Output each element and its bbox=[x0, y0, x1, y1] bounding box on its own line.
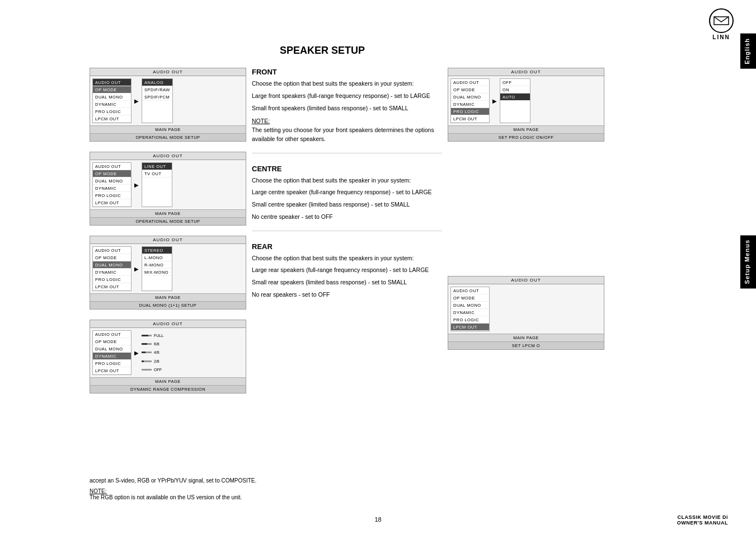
rd1-arrow: ▶ bbox=[492, 78, 497, 123]
diagram3: AUDIO OUT AUDIO OUT OP MODE DUAL MONO DY… bbox=[90, 236, 246, 310]
diagram2-arrow: ▶ bbox=[134, 162, 139, 207]
diagram3-mainpage: MAIN PAGE bbox=[92, 295, 243, 300]
diagram1-sub-spdifpcm: SPDIF/PCM bbox=[142, 93, 172, 101]
rd2-audioout: AUDIO OUT bbox=[451, 287, 489, 294]
diagram2-footer: MAIN PAGE bbox=[90, 209, 246, 217]
rear-text4: No rear speakers - set to OFF bbox=[252, 291, 442, 299]
diagram2-inner: AUDIO OUT OP MODE DUAL MONO DYNAMIC PRO … bbox=[90, 160, 246, 209]
right-diagram1-inner: AUDIO OUT OP MODE DUAL MONO DYNAMIC PRO … bbox=[448, 76, 604, 125]
right-diagrams: AUDIO OUT AUDIO OUT OP MODE DUAL MONO DY… bbox=[448, 68, 604, 404]
rd1-prologic: PRO LOGIC bbox=[451, 108, 489, 115]
diagram2-sub-tvout: TV OUT bbox=[142, 170, 172, 177]
diagram2-menu: AUDIO OUT OP MODE DUAL MONO DYNAMIC PRO … bbox=[92, 162, 132, 207]
right-diagram2-title: AUDIO OUT bbox=[448, 277, 604, 284]
diagram3-sub-mixmono: MIX-MONO bbox=[142, 269, 172, 276]
rd2-opmode: OP MODE bbox=[451, 294, 489, 302]
diagram4-inner: AUDIO OUT OP MODE DUAL MONO DYNAMIC PRO … bbox=[90, 328, 246, 377]
rd1-sub-off: OFF bbox=[500, 79, 530, 86]
diagram1-item-dualmono: DUAL MONO bbox=[93, 93, 131, 101]
right-diagram2: AUDIO OUT AUDIO OUT OP MODE DUAL MONO DY… bbox=[448, 276, 604, 350]
diagram1-title: AUDIO OUT bbox=[90, 68, 246, 76]
diagram4-label: DYNAMIC RANGE COMPRESSION bbox=[90, 385, 246, 393]
right-diagram1-title: AUDIO OUT bbox=[448, 68, 604, 76]
bottom-note: NOTE: The RGB option is not available on… bbox=[90, 488, 734, 500]
rd1-audioout: AUDIO OUT bbox=[451, 79, 489, 86]
diagram4-menu: AUDIO OUT OP MODE DUAL MONO DYNAMIC PRO … bbox=[92, 330, 132, 375]
rd1-footer: MAIN PAGE bbox=[448, 125, 604, 133]
right-spacer bbox=[448, 153, 604, 276]
centre-text2: Large centre speaker (full-range frequen… bbox=[252, 188, 442, 197]
logo-area: LINN bbox=[709, 8, 734, 40]
diagram2: AUDIO OUT AUDIO OUT OP MODE DUAL MONO DY… bbox=[90, 152, 246, 226]
diagram3-item-opmode: OP MODE bbox=[93, 254, 131, 261]
diagram4-item-opmode: OP MODE bbox=[93, 338, 131, 345]
diagram3-arrow: ▶ bbox=[134, 246, 139, 291]
diagram1-item-lpcmout: LPCM OUT bbox=[93, 115, 131, 123]
diagram3-label: DUAL MONO (1+1) SETUP bbox=[90, 301, 246, 309]
diagram3-submenu: STEREO L-MONO R-MONO MIX-MONO bbox=[142, 246, 172, 291]
diagram1-footer: MAIN PAGE bbox=[90, 125, 246, 133]
diagram1-mainpage: MAIN PAGE bbox=[92, 127, 243, 132]
divider1 bbox=[252, 153, 442, 153]
diagram1-item-prologic: PRO LOGIC bbox=[93, 108, 131, 115]
rear-text1: Choose the option that best suits the sp… bbox=[252, 254, 442, 263]
centre-text4: No centre speaker - set to OFF bbox=[252, 213, 442, 222]
logo-icon bbox=[713, 15, 729, 27]
diagram4-arrow: ▶ bbox=[134, 330, 139, 375]
right-diagram2-inner: AUDIO OUT OP MODE DUAL MONO DYNAMIC PRO … bbox=[448, 284, 604, 334]
diagram3-item-prologic: PRO LOGIC bbox=[93, 276, 131, 283]
front-text1: Choose the option that best suits the sp… bbox=[252, 79, 442, 88]
manual-subtitle: OWNER'S MANUAL bbox=[677, 520, 728, 526]
rd1-mainpage: MAIN PAGE bbox=[450, 127, 602, 132]
right-diagram1: AUDIO OUT AUDIO OUT OP MODE DUAL MONO DY… bbox=[448, 68, 604, 142]
diagram3-item-dualmono: DUAL MONO bbox=[93, 261, 131, 269]
diagram4-row-off: OFF bbox=[142, 368, 163, 372]
diagram1-submenu: ANALOG SPDIF/RAW SPDIF/PCM bbox=[142, 78, 173, 123]
logo-text: LINN bbox=[709, 34, 734, 40]
diagram1-item-opmode: OP MODE bbox=[93, 86, 131, 93]
diagram4-row-48: 4/8 bbox=[142, 350, 163, 354]
diagram3-item-audioout: AUDIO OUT bbox=[93, 247, 131, 254]
diagram4-footer: MAIN PAGE bbox=[90, 377, 246, 385]
rd1-dynamic: DYNAMIC bbox=[451, 101, 489, 108]
rear-text3: Small rear speakers (limited bass respon… bbox=[252, 278, 442, 287]
diagram3-inner: AUDIO OUT OP MODE DUAL MONO DYNAMIC PRO … bbox=[90, 244, 246, 293]
centre-heading: CENTRE bbox=[252, 165, 442, 173]
diagram1-item-audioout: AUDIO OUT bbox=[93, 79, 131, 86]
rd1-lpcmout: LPCM OUT bbox=[451, 115, 489, 123]
front-note: NOTE: The setting you choose for your fr… bbox=[252, 117, 442, 143]
rd1-sub-on: ON bbox=[500, 86, 530, 93]
rd2-dualmono: DUAL MONO bbox=[451, 302, 489, 309]
side-tab-english: English bbox=[740, 34, 756, 69]
diagram4-mainpage: MAIN PAGE bbox=[92, 379, 243, 384]
divider2 bbox=[252, 231, 442, 231]
diagram2-item-lpcmout: LPCM OUT bbox=[93, 199, 131, 207]
diagram1-sub-spdifraw: SPDIF/RAW bbox=[142, 86, 172, 93]
content-layout: AUDIO OUT AUDIO OUT OP MODE DUAL MONO DY… bbox=[90, 68, 733, 404]
page-number: 18 bbox=[374, 516, 381, 523]
front-note-label: NOTE: bbox=[252, 118, 270, 124]
right-diagram1-menu: AUDIO OUT OP MODE DUAL MONO DYNAMIC PRO … bbox=[450, 78, 490, 123]
diagram2-sub-lineout: LINE OUT bbox=[142, 163, 172, 170]
centre-text1: Choose the option that best suits the sp… bbox=[252, 176, 442, 185]
manual-info: CLASSIK MOVIE Di OWNER'S MANUAL bbox=[677, 514, 728, 526]
diagram4-row-full: FULL bbox=[142, 334, 163, 338]
diagram2-item-dualmono: DUAL MONO bbox=[93, 177, 131, 185]
rd2-prologic: PRO LOGIC bbox=[451, 316, 489, 324]
diagram1-item-dynamic: DYNAMIC bbox=[93, 101, 131, 108]
page-title: SPEAKER SETUP bbox=[280, 45, 733, 57]
diagram3-menu: AUDIO OUT OP MODE DUAL MONO DYNAMIC PRO … bbox=[92, 246, 132, 291]
diagram4-title: AUDIO OUT bbox=[90, 320, 246, 328]
front-heading: FRONT bbox=[252, 68, 442, 76]
diagram2-item-audioout: AUDIO OUT bbox=[93, 163, 131, 170]
diagram2-item-prologic: PRO LOGIC bbox=[93, 192, 131, 199]
diagram2-item-opmode: OP MODE bbox=[93, 170, 131, 177]
rd1-submenu: OFF ON AUTO bbox=[500, 78, 530, 123]
manual-title: CLASSIK MOVIE Di bbox=[677, 514, 728, 520]
diagram1-label: OPERATIONAL MODE SETUP bbox=[90, 133, 246, 141]
diagram4-item-prologic: PRO LOGIC bbox=[93, 360, 131, 367]
rd2-lpcmout: LPCM OUT bbox=[451, 324, 489, 331]
center-text: FRONT Choose the option that best suits … bbox=[246, 68, 448, 404]
diagram4-sliders: FULL 6/8 4/8 2/8 bbox=[142, 330, 163, 375]
main-content: SPEAKER SETUP AUDIO OUT AUDIO OUT OP MOD… bbox=[90, 45, 733, 404]
